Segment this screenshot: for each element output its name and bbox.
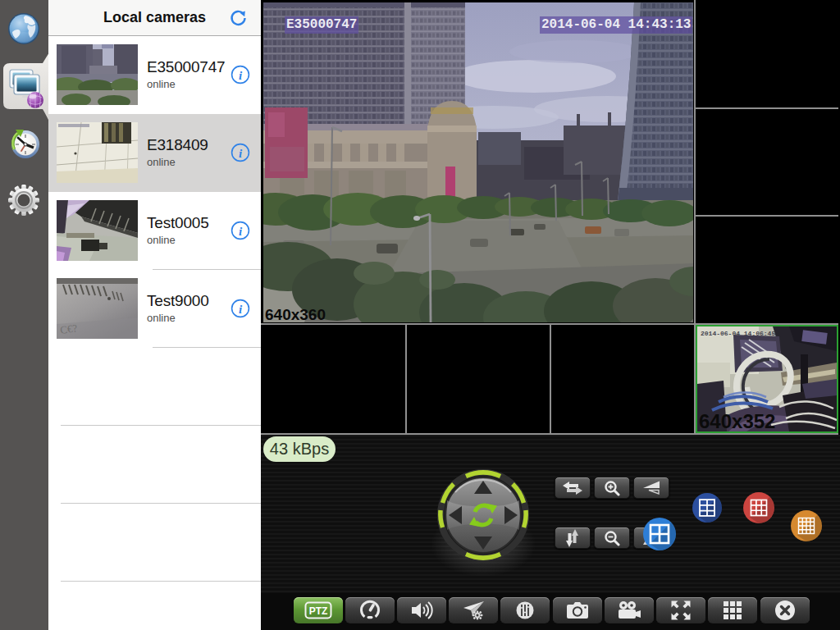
svg-text:i: i [239, 225, 243, 238]
svg-text:i: i [239, 303, 243, 316]
svg-text:2014-06-04 14:06:45: 2014-06-04 14:06:45 [701, 330, 775, 337]
svg-text:i: i [239, 147, 243, 160]
svg-text:i: i [239, 69, 243, 82]
svg-text:PTZ: PTZ [309, 605, 328, 617]
